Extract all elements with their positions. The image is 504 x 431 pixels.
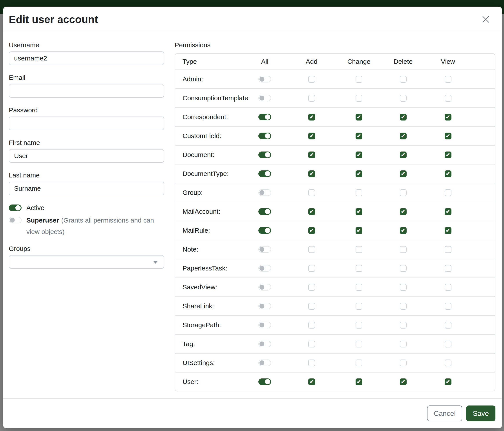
- permission-view-checkbox[interactable]: [445, 284, 451, 291]
- permission-change-checkbox[interactable]: [356, 95, 362, 102]
- first-name-input[interactable]: [9, 149, 164, 163]
- groups-select[interactable]: [9, 255, 164, 269]
- permission-view-checkbox[interactable]: [445, 246, 451, 253]
- permission-add-checkbox[interactable]: [308, 284, 315, 291]
- permission-delete-checkbox[interactable]: [400, 303, 407, 310]
- permission-delete-checkbox[interactable]: [400, 76, 407, 83]
- permission-add-checkbox[interactable]: [308, 359, 315, 366]
- permission-change-checkbox[interactable]: ✔: [356, 133, 362, 139]
- permission-add-checkbox[interactable]: [308, 246, 315, 253]
- permission-add-checkbox[interactable]: ✔: [308, 133, 315, 139]
- permission-type-label: MailAccount:: [175, 208, 243, 215]
- permission-change-checkbox[interactable]: ✔: [356, 114, 362, 120]
- permission-view-checkbox[interactable]: [445, 341, 451, 347]
- permission-view-checkbox[interactable]: [445, 265, 451, 272]
- superuser-toggle[interactable]: [9, 217, 22, 224]
- permission-delete-checkbox[interactable]: [400, 189, 407, 196]
- permission-change-checkbox[interactable]: [356, 265, 362, 272]
- permission-all-toggle[interactable]: [258, 378, 271, 385]
- permission-add-checkbox[interactable]: ✔: [308, 378, 315, 385]
- permission-all-toggle[interactable]: [258, 95, 271, 101]
- permission-add-checkbox[interactable]: [308, 322, 315, 329]
- permission-add-checkbox[interactable]: ✔: [308, 114, 315, 120]
- permission-delete-checkbox[interactable]: ✔: [400, 227, 407, 234]
- permission-view-checkbox[interactable]: ✔: [445, 378, 451, 385]
- permission-delete-checkbox[interactable]: [400, 359, 407, 366]
- permission-change-checkbox[interactable]: [356, 246, 362, 253]
- permission-add-checkbox[interactable]: [308, 76, 315, 83]
- permission-change-checkbox[interactable]: [356, 322, 362, 329]
- password-input[interactable]: [9, 117, 164, 130]
- permission-change-checkbox[interactable]: ✔: [356, 227, 362, 234]
- email-input[interactable]: [9, 84, 164, 98]
- active-toggle[interactable]: [9, 205, 22, 211]
- permission-all-toggle[interactable]: [258, 303, 271, 309]
- permission-view-checkbox[interactable]: ✔: [445, 133, 451, 139]
- permission-all-toggle[interactable]: [258, 341, 271, 347]
- permission-view-checkbox[interactable]: [445, 95, 451, 102]
- permission-add-checkbox[interactable]: [308, 189, 315, 196]
- permission-type-label: Tag:: [175, 340, 243, 348]
- permission-add-checkbox[interactable]: [308, 303, 315, 310]
- groups-group: Groups: [9, 245, 164, 269]
- permission-add-checkbox[interactable]: ✔: [308, 152, 315, 158]
- permission-add-checkbox[interactable]: ✔: [308, 171, 315, 177]
- permission-delete-checkbox[interactable]: [400, 322, 407, 329]
- permission-change-checkbox[interactable]: [356, 359, 362, 366]
- permission-all-toggle[interactable]: [258, 171, 271, 177]
- permission-add-checkbox[interactable]: [308, 95, 315, 102]
- permission-add-checkbox[interactable]: [308, 341, 315, 347]
- permission-all-toggle[interactable]: [258, 152, 271, 158]
- permission-delete-checkbox[interactable]: [400, 265, 407, 272]
- permission-change-checkbox[interactable]: ✔: [356, 378, 362, 385]
- permission-all-toggle[interactable]: [258, 114, 271, 120]
- permission-delete-checkbox[interactable]: ✔: [400, 152, 407, 158]
- permission-change-checkbox[interactable]: [356, 189, 362, 196]
- permission-change-checkbox[interactable]: [356, 284, 362, 291]
- last-name-input[interactable]: [9, 182, 164, 195]
- permission-delete-checkbox[interactable]: ✔: [400, 378, 407, 385]
- permission-delete-checkbox[interactable]: [400, 246, 407, 253]
- permission-delete-checkbox[interactable]: [400, 284, 407, 291]
- permission-all-toggle[interactable]: [258, 284, 271, 290]
- permission-change-checkbox[interactable]: ✔: [356, 152, 362, 158]
- permission-all-toggle[interactable]: [258, 208, 271, 215]
- permission-view-checkbox[interactable]: [445, 303, 451, 310]
- permission-view-checkbox[interactable]: [445, 359, 451, 366]
- permission-view-checkbox[interactable]: [445, 76, 451, 83]
- permission-change-checkbox[interactable]: [356, 341, 362, 347]
- permission-view-checkbox[interactable]: [445, 322, 451, 329]
- permission-view-checkbox[interactable]: ✔: [445, 114, 451, 120]
- permission-add-checkbox[interactable]: ✔: [308, 227, 315, 234]
- permission-delete-checkbox[interactable]: ✔: [400, 133, 407, 139]
- close-button[interactable]: [479, 13, 492, 26]
- permission-change-checkbox[interactable]: [356, 303, 362, 310]
- save-button[interactable]: Save: [466, 405, 495, 421]
- cancel-button[interactable]: Cancel: [427, 405, 462, 421]
- toggle-knob: [260, 341, 264, 346]
- permission-delete-checkbox[interactable]: [400, 341, 407, 347]
- permission-change-checkbox[interactable]: ✔: [356, 171, 362, 177]
- permission-all-toggle[interactable]: [258, 359, 271, 366]
- permission-all-toggle[interactable]: [258, 246, 271, 253]
- permission-view-checkbox[interactable]: ✔: [445, 227, 451, 234]
- permission-view-checkbox[interactable]: ✔: [445, 171, 451, 177]
- permission-view-checkbox[interactable]: [445, 189, 451, 196]
- permission-all-toggle[interactable]: [258, 227, 271, 234]
- permission-delete-checkbox[interactable]: ✔: [400, 208, 407, 215]
- permission-delete-checkbox[interactable]: ✔: [400, 114, 407, 120]
- permission-all-toggle[interactable]: [258, 265, 271, 272]
- username-input[interactable]: [9, 52, 164, 65]
- permission-view-checkbox[interactable]: ✔: [445, 152, 451, 158]
- permission-add-checkbox[interactable]: [308, 265, 315, 272]
- permission-all-toggle[interactable]: [258, 76, 271, 82]
- permission-add-checkbox[interactable]: ✔: [308, 208, 315, 215]
- permission-all-toggle[interactable]: [258, 322, 271, 328]
- permission-all-toggle[interactable]: [258, 133, 271, 139]
- permission-view-checkbox[interactable]: ✔: [445, 208, 451, 215]
- permission-change-checkbox[interactable]: ✔: [356, 208, 362, 215]
- permission-delete-checkbox[interactable]: ✔: [400, 171, 407, 177]
- permission-change-checkbox[interactable]: [356, 76, 362, 83]
- permission-all-toggle[interactable]: [258, 189, 271, 196]
- permission-delete-checkbox[interactable]: [400, 95, 407, 102]
